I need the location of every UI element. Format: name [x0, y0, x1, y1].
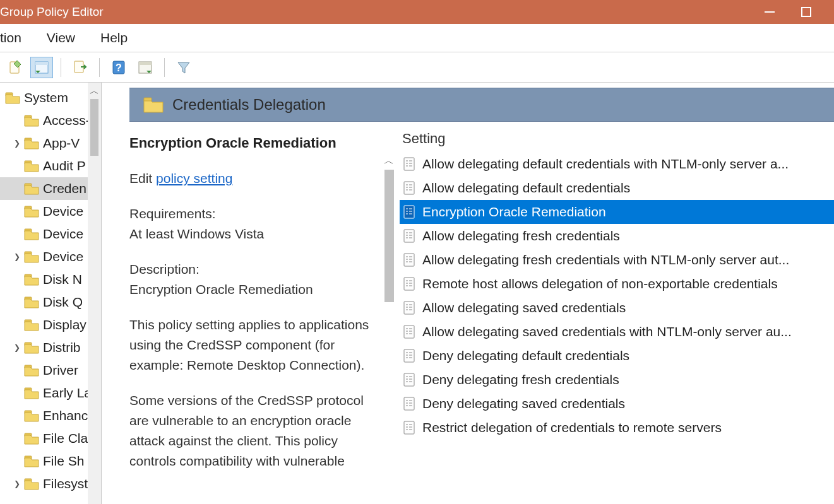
tree-item[interactable]: Device [0, 223, 101, 245]
tree-item[interactable]: Early La [0, 382, 101, 404]
tree-item-label: Early La [40, 385, 92, 401]
tree-item[interactable]: ❯App-V [0, 132, 101, 155]
setting-label: Deny delegating default credentials [419, 348, 629, 363]
setting-label: Allow delegating saved credentials with … [419, 324, 792, 339]
tree-item[interactable]: Enhanc [0, 404, 101, 427]
toolbar-export-button[interactable] [69, 57, 92, 78]
requirements-value: At least Windows Vista [129, 224, 376, 244]
svg-rect-60 [404, 254, 414, 266]
menu-item-help[interactable]: Help [88, 30, 140, 45]
detail-scrollbar[interactable]: ︿ [382, 122, 396, 504]
expander-icon[interactable]: ❯ [11, 343, 23, 352]
toolbar-help-button[interactable]: ? [107, 57, 130, 78]
folder-icon [23, 477, 40, 491]
tree-item-label: Display [40, 317, 86, 332]
toolbar-doc-button[interactable] [4, 57, 27, 78]
expander-icon[interactable]: ❯ [11, 252, 23, 261]
setting-row[interactable]: Deny delegating saved credentials [400, 392, 834, 416]
tree-item[interactable]: ❯Filesyst [0, 472, 101, 495]
column-header-setting[interactable]: Setting [400, 128, 834, 152]
folder-icon [23, 114, 40, 127]
expander-icon[interactable]: ❯ [11, 139, 23, 148]
svg-rect-32 [404, 158, 414, 170]
tree-item[interactable]: Creden [0, 177, 101, 200]
tree-item[interactable]: Driver [0, 359, 101, 382]
svg-rect-31 [144, 98, 152, 101]
folder-icon [23, 431, 40, 445]
setting-label: Deny delegating fresh credentials [419, 372, 619, 387]
tree-item-label: App-V [40, 136, 80, 151]
setting-row[interactable]: Allow delegating default credentials wit… [400, 152, 834, 176]
toolbar-list-button[interactable] [30, 57, 53, 78]
policy-icon [400, 300, 419, 315]
setting-row[interactable]: Restrict delegation of credentials to re… [400, 416, 834, 440]
tree-item[interactable]: Disk Q [0, 291, 101, 314]
menu-item[interactable]: tion [0, 30, 34, 45]
tree-item[interactable]: Device [0, 200, 101, 223]
svg-rect-109 [404, 421, 414, 434]
tree-item-label: Device [40, 249, 83, 264]
description-para: This policy setting applies to applicati… [129, 315, 376, 375]
expander-icon[interactable]: ❯ [11, 479, 23, 488]
policy-icon [400, 228, 419, 243]
tree-scrollbar[interactable]: ︿ [88, 83, 101, 504]
svg-rect-81 [404, 325, 414, 338]
tree-item-label: Driver [40, 363, 78, 378]
toolbar-separator [164, 58, 165, 77]
toolbar-properties-button[interactable] [134, 57, 157, 78]
edit-policy-link[interactable]: policy setting [156, 171, 232, 185]
folder-icon [23, 182, 40, 196]
tree-item[interactable]: ❯Device [0, 245, 101, 268]
setting-row[interactable]: Allow delegating saved credentials with … [400, 320, 834, 344]
policy-icon [400, 396, 419, 411]
edit-prefix: Edit [129, 171, 156, 185]
menu-item-view[interactable]: View [34, 30, 88, 45]
folder-icon [23, 159, 40, 173]
tree-item-label: Audit P [40, 158, 86, 173]
tree-item[interactable]: Access- [0, 109, 101, 132]
scroll-up-icon[interactable]: ︿ [382, 152, 396, 170]
tree-item[interactable]: File Cla [0, 427, 101, 450]
svg-rect-1 [802, 8, 811, 16]
folder-icon [23, 273, 40, 286]
policy-icon [400, 204, 419, 220]
tree-item-label: File Sh [40, 454, 84, 469]
folder-icon [23, 341, 40, 355]
folder-icon [23, 204, 40, 218]
content-header-title: Credentials Delegation [166, 96, 326, 114]
minimize-button[interactable] [761, 3, 778, 21]
toolbar-filter-button[interactable] [172, 57, 195, 78]
tree-item-system[interactable]: System [0, 86, 101, 109]
setting-name: Encryption Oracle Remediation [129, 133, 376, 153]
svg-rect-53 [404, 230, 414, 242]
tree[interactable]: SystemAccess-❯App-VAudit PCredenDeviceDe… [0, 83, 101, 495]
setting-row[interactable]: Remote host allows delegation of non-exp… [400, 272, 834, 296]
tree-item-label: File Cla [40, 431, 88, 446]
scroll-up-icon[interactable]: ︿ [88, 83, 101, 99]
content-panel: Credentials Delegation Encryption Oracle… [102, 83, 834, 504]
policy-icon [400, 180, 419, 196]
folder-icon [23, 386, 40, 400]
svg-rect-4 [35, 62, 48, 65]
setting-row[interactable]: Deny delegating default credentials [400, 344, 834, 368]
folder-icon [23, 318, 40, 332]
tree-item[interactable]: ❯Distrib [0, 336, 101, 359]
setting-row[interactable]: Allow delegating fresh credentials [400, 224, 834, 248]
setting-row[interactable]: Encryption Oracle Remediation [400, 200, 834, 224]
policy-icon [400, 420, 419, 435]
scroll-thumb[interactable] [90, 99, 98, 156]
setting-row[interactable]: Deny delegating fresh credentials [400, 368, 834, 392]
tree-item[interactable]: Audit P [0, 155, 101, 177]
scroll-thumb[interactable] [384, 170, 394, 302]
toolbar: ? [0, 52, 834, 83]
setting-row[interactable]: Allow delegating fresh credentials with … [400, 248, 834, 272]
setting-label: Deny delegating saved credentials [419, 396, 625, 411]
setting-row[interactable]: Allow delegating saved credentials [400, 296, 834, 320]
maximize-button[interactable] [797, 3, 815, 21]
setting-row[interactable]: Allow delegating default credentials [400, 176, 834, 200]
toolbar-separator [61, 58, 61, 77]
tree-item[interactable]: Display [0, 314, 101, 336]
tree-item[interactable]: File Sh [0, 450, 101, 472]
tree-item[interactable]: Disk N [0, 268, 101, 291]
detail-panel-wrap: Encryption Oracle Remediation Edit polic… [129, 122, 400, 504]
